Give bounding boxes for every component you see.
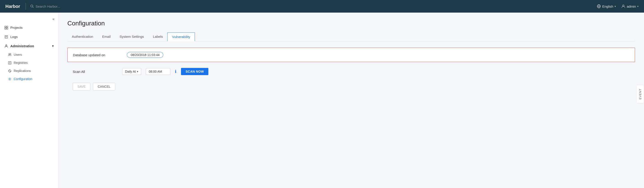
language-label: English [602,5,613,8]
administration-label: Administration [10,44,34,48]
event-tab-label: EVENT [638,89,642,99]
svg-point-10 [9,54,10,55]
sidebar-item-projects[interactable]: Projects [0,23,58,32]
collapse-button[interactable]: « [52,17,54,21]
sidebar: « Projects Logs Administration [0,13,58,188]
scan-time-input[interactable] [146,68,170,75]
svg-point-11 [10,54,11,54]
cancel-button[interactable]: CANCEL [93,83,115,90]
configuration-icon [8,77,12,81]
logs-icon [4,35,8,39]
tab-labels[interactable]: Labels [148,32,167,41]
topnav-right: English ▾ admin ▾ [597,4,638,8]
sidebar-collapse-area: « [0,15,58,23]
sidebar-administration-section[interactable]: Administration ▾ [0,41,58,51]
sidebar-item-users[interactable]: Users [4,51,58,59]
nav-divider [26,3,26,10]
svg-rect-4 [5,26,6,28]
scan-all-label: Scan All [73,70,118,74]
page-title: Configuration [67,20,635,27]
language-selector[interactable]: English ▾ [597,4,616,8]
users-icon [8,53,12,56]
svg-point-9 [6,45,7,46]
scan-all-row: Scan All Daily At ▾ ℹ SCAN NOW [67,66,635,77]
app-logo: Harbor [6,4,20,9]
scan-frequency-label: Daily At [125,70,136,73]
administration-chevron-icon: ▾ [52,44,54,48]
tab-email[interactable]: Email [98,32,115,41]
users-label: Users [14,53,22,56]
db-label: Database updated on [73,53,118,57]
frequency-chevron-icon: ▾ [137,70,138,73]
user-icon [621,4,625,8]
administration-subitems: Users Registries Replications [0,51,58,83]
user-menu[interactable]: admin ▾ [621,4,638,8]
db-date-value: 08/20/2018 11:03:44 [127,52,163,58]
svg-rect-5 [6,26,8,28]
registries-label: Registries [14,61,28,65]
replications-label: Replications [14,69,31,73]
main-content: Configuration Authentication Email Syste… [58,13,644,188]
svg-rect-6 [5,28,6,29]
configuration-label: Configuration [14,77,32,81]
sidebar-item-replications[interactable]: Replications [4,67,58,75]
search-input[interactable] [36,5,92,8]
action-buttons: SAVE CANCEL [67,83,635,90]
search-container[interactable] [30,5,597,8]
tab-system-settings[interactable]: System Settings [115,32,148,41]
top-navbar: Harbor English ▾ admin ▾ [0,0,644,13]
sidebar-item-logs[interactable]: Logs [0,32,58,41]
sidebar-logs-label: Logs [10,35,18,39]
replications-icon [8,69,12,73]
scan-frequency-select[interactable]: Daily At ▾ [122,68,141,75]
save-button[interactable]: SAVE [73,83,90,90]
registries-icon [8,61,12,65]
tab-vulnerability[interactable]: Vulnerability [167,32,195,41]
database-updated-row: Database updated on 08/20/2018 11:03:44 [67,48,635,62]
sidebar-item-configuration[interactable]: Configuration [4,75,58,83]
svg-point-14 [10,79,10,79]
sidebar-projects-label: Projects [10,26,22,30]
vulnerability-content: Database updated on 08/20/2018 11:03:44 … [67,48,635,90]
projects-icon [4,26,8,30]
svg-rect-8 [5,36,8,38]
globe-icon [597,4,601,8]
scan-now-button[interactable]: SCAN NOW [181,68,208,75]
chevron-down-icon: ▾ [614,5,616,8]
svg-rect-7 [6,28,8,29]
user-label: admin [627,5,636,8]
administration-icon [4,44,8,48]
search-icon [30,5,34,8]
user-chevron-icon: ▾ [637,5,638,8]
event-tab[interactable]: EVENT [637,85,644,103]
tab-authentication[interactable]: Authentication [67,32,98,41]
info-icon[interactable]: ℹ [175,69,176,74]
sidebar-item-registries[interactable]: Registries [4,59,58,67]
configuration-tabs: Authentication Email System Settings Lab… [67,32,635,41]
